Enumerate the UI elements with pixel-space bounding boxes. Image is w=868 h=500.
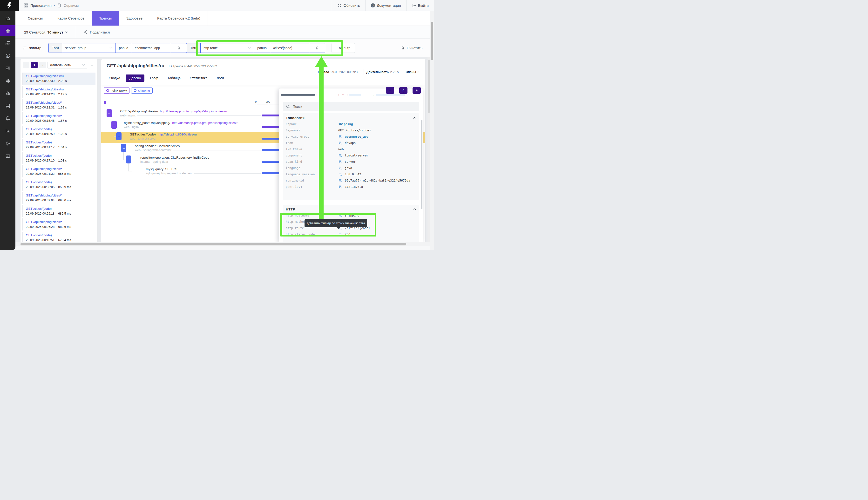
trace-link[interactable]: GET /api/shipping/cities/*: [26, 220, 93, 224]
trace-list-item[interactable]: GET /api/shipping/cities/* 29.09.2025 00…: [22, 99, 95, 111]
sidebar-item-home[interactable]: [0, 13, 15, 23]
download-button[interactable]: [413, 87, 421, 94]
page-vertical-scrollbar[interactable]: [430, 11, 434, 250]
sort-select[interactable]: Длительность: [47, 62, 87, 68]
app-logo[interactable]: [0, 0, 19, 11]
trace-link[interactable]: GET /api/shipping/cities/ru: [26, 74, 93, 78]
sidebar-item-alerts[interactable]: [0, 113, 15, 124]
trace-list-item[interactable]: GET /api/shipping/cities/ru 29.09.2025 0…: [22, 72, 95, 84]
trace-view-tab[interactable]: Дерево: [126, 75, 145, 82]
trace-list-item[interactable]: GET /api/shipping/cities/ru 29.09.2025 0…: [22, 86, 95, 98]
sidebar-item-metrics[interactable]: [0, 126, 15, 136]
trace-list-item[interactable]: GET /api/shipping/cities/* 29.09.2025 00…: [22, 166, 95, 178]
tag-value[interactable]: devops: [345, 140, 412, 145]
tag-value[interactable]: GET /cities/{code}: [338, 128, 406, 133]
tag-value[interactable]: java: [345, 166, 412, 170]
trace-view-tab[interactable]: Логи: [213, 75, 228, 82]
sidebar-item-monitoring[interactable]: [0, 151, 15, 161]
filter-key-select[interactable]: http.route: [201, 43, 254, 53]
section-tab[interactable]: Карта Сервисов: [50, 11, 92, 25]
sidebar-item-settings[interactable]: [0, 138, 15, 149]
trace-view-tab[interactable]: Статистика: [186, 75, 211, 82]
horizontal-scrollbar[interactable]: [15, 242, 434, 246]
add-tag-filter-icon[interactable]: [338, 172, 342, 176]
trace-link[interactable]: GET /cities/{code}: [26, 154, 93, 157]
add-tag-filter-icon[interactable]: [338, 153, 342, 157]
page-next-button[interactable]: ›: [39, 62, 46, 68]
tag-search-box[interactable]: [283, 102, 419, 111]
trace-view-tab[interactable]: Сводка: [105, 75, 124, 82]
sidebar-item-servers[interactable]: [0, 63, 15, 73]
trace-link[interactable]: GET /api/shipping/cities/*: [26, 101, 93, 104]
trace-view-tab[interactable]: Таблица: [164, 75, 184, 82]
trace-list-item[interactable]: GET /api/shipping/cities/* 29.09.2025 00…: [22, 112, 95, 124]
add-tag-filter-icon[interactable]: [338, 232, 342, 236]
span-collapse-toggle[interactable]: –: [116, 132, 122, 140]
span-collapse-toggle[interactable]: –: [121, 144, 126, 152]
breadcrumb-section[interactable]: Приложения: [30, 3, 52, 8]
add-tag-filter-icon[interactable]: [338, 178, 342, 182]
inner-vertical-scrollbar[interactable]: [427, 57, 430, 242]
span-url-link[interactable]: http://shipping:8080/cities/ru: [158, 133, 197, 136]
span-collapse-toggle[interactable]: –: [111, 121, 117, 129]
trace-link[interactable]: GET /cities/{code}: [26, 234, 93, 237]
tag-value[interactable]: 172.18.0.8: [345, 184, 412, 189]
section-tab[interactable]: Здоровье: [119, 11, 150, 25]
span-url-link[interactable]: http://demoapp.proto.group/api/shipping/…: [160, 110, 227, 113]
trace-list-item[interactable]: GET /cities/{code} 29.09.2025 00:40:591.…: [22, 126, 95, 138]
page-current[interactable]: 1: [31, 62, 38, 68]
filter-key-select[interactable]: service_group: [62, 43, 115, 53]
add-tag-filter-icon[interactable]: [338, 134, 342, 139]
scrollbar-thumb[interactable]: [431, 22, 433, 60]
trace-link[interactable]: GET /cities/{code}: [26, 207, 93, 211]
search-input[interactable]: [293, 105, 410, 109]
add-tag-filter-icon[interactable]: [338, 184, 342, 189]
span-collapse-toggle[interactable]: –: [126, 156, 131, 163]
trace-list-item[interactable]: GET /cities/{code} 29.09.2025 00:16:5167…: [22, 232, 95, 242]
filter-delete-button[interactable]: [309, 43, 325, 53]
trace-view-tab[interactable]: Граф: [146, 75, 162, 82]
span-collapse-toggle[interactable]: –: [106, 109, 112, 117]
breadcrumb-grid-icon[interactable]: [24, 3, 28, 8]
add-tag-filter-icon[interactable]: [338, 166, 342, 170]
collapse-list-button[interactable]: ←: [89, 63, 95, 68]
trace-list-item[interactable]: GET /cities/{code} 29.09.2025 00:17:101.…: [22, 152, 95, 164]
docs-button[interactable]: ? Документация: [365, 0, 406, 11]
trace-link[interactable]: GET /api/shipping/cities/*: [26, 194, 93, 197]
trace-list-item[interactable]: GET /api/shipping/cities/* 29.09.2025 00…: [22, 218, 95, 230]
trace-link[interactable]: GET /api/shipping/cities/*: [26, 167, 93, 171]
trace-list-item[interactable]: GET /cities/{code} 29.09.2025 00:29:1868…: [22, 205, 95, 217]
trace-list-item[interactable]: GET /cities/{code} 29.09.2025 00:41:171.…: [22, 139, 95, 151]
sidebar-item-devices[interactable]: [0, 38, 15, 48]
filter-operator[interactable]: равно: [115, 43, 132, 53]
tag-value[interactable]: server: [345, 159, 412, 164]
logout-button[interactable]: Выйти: [406, 0, 434, 11]
tag-value[interactable]: shipping: [338, 122, 406, 126]
panel-scrollbar[interactable]: [421, 120, 422, 209]
add-tag-filter-icon[interactable]: [338, 159, 342, 164]
tag-value[interactable]: 200: [345, 232, 412, 237]
trace-list-item[interactable]: GET /api/shipping/cities/* 29.09.2025 00…: [22, 192, 95, 204]
filter-value-input[interactable]: /cities/{code}: [270, 43, 309, 53]
sidebar-item-integrations[interactable]: [0, 76, 15, 86]
collapse-section-icon[interactable]: [413, 208, 416, 210]
filter-value-input[interactable]: ecommerce_app: [132, 43, 171, 53]
service-legend-chip[interactable]: shipping: [131, 88, 152, 93]
refresh-button[interactable]: Обновить: [332, 0, 365, 11]
clear-filters-button[interactable]: Очистить: [401, 46, 422, 50]
sidebar-item-clusters[interactable]: [0, 88, 15, 99]
scrollbar-thumb[interactable]: [428, 60, 430, 113]
tag-value[interactable]: 69c7aa79-fe2c-482a-ba81-e3214e5676da: [345, 178, 412, 183]
tag-value[interactable]: web: [338, 147, 406, 151]
add-tag-filter-icon[interactable]: [338, 213, 342, 217]
add-filter-button[interactable]: + Фильтр: [332, 43, 355, 53]
trace-link[interactable]: GET /cities/{code}: [26, 180, 93, 184]
trace-link[interactable]: GET /cities/{code}: [26, 127, 93, 131]
sidebar-item-databases[interactable]: [0, 101, 15, 111]
tag-value[interactable]: tomcat-server: [345, 153, 412, 158]
filter-delete-button[interactable]: [171, 43, 187, 53]
tag-value[interactable]: 1.8.0_342: [345, 172, 412, 177]
collapse-section-icon[interactable]: [413, 117, 416, 119]
minimize-panel-button[interactable]: –: [386, 87, 394, 94]
trace-list-item[interactable]: GET /cities/{code} 29.09.2025 00:33:0585…: [22, 179, 95, 191]
